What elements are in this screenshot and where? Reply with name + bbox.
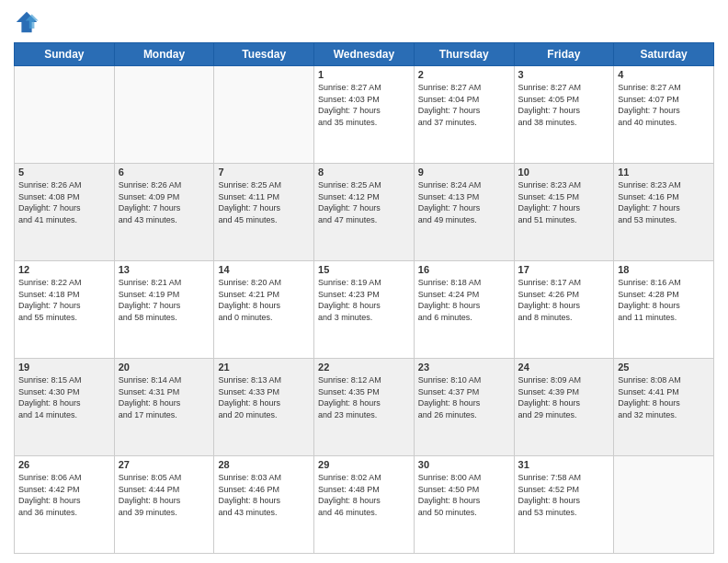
week-row-1: 1Sunrise: 8:27 AM Sunset: 4:03 PM Daylig…	[15, 66, 714, 164]
day-number: 12	[18, 264, 110, 275]
day-number: 15	[318, 264, 410, 275]
day-info: Sunrise: 8:05 AM Sunset: 4:44 PM Dayligh…	[119, 472, 210, 518]
calendar-cell: 18Sunrise: 8:16 AM Sunset: 4:28 PM Dayli…	[614, 261, 714, 359]
day-info: Sunrise: 8:00 AM Sunset: 4:50 PM Dayligh…	[418, 472, 510, 518]
day-info: Sunrise: 8:20 AM Sunset: 4:21 PM Dayligh…	[218, 277, 310, 323]
calendar-cell	[15, 66, 115, 164]
calendar-cell: 28Sunrise: 8:03 AM Sunset: 4:46 PM Dayli…	[214, 456, 314, 554]
day-number: 16	[418, 264, 510, 275]
calendar-cell: 14Sunrise: 8:20 AM Sunset: 4:21 PM Dayli…	[214, 261, 314, 359]
calendar-cell: 1Sunrise: 8:27 AM Sunset: 4:03 PM Daylig…	[314, 66, 415, 164]
week-row-3: 12Sunrise: 8:22 AM Sunset: 4:18 PM Dayli…	[15, 261, 714, 359]
calendar-cell: 27Sunrise: 8:05 AM Sunset: 4:44 PM Dayli…	[114, 456, 214, 554]
day-number: 21	[218, 362, 310, 373]
day-number: 2	[418, 69, 510, 80]
calendar-cell: 15Sunrise: 8:19 AM Sunset: 4:23 PM Dayli…	[314, 261, 415, 359]
day-info: Sunrise: 8:02 AM Sunset: 4:48 PM Dayligh…	[318, 472, 410, 518]
day-info: Sunrise: 8:26 AM Sunset: 4:09 PM Dayligh…	[119, 179, 210, 225]
col-header-friday: Friday	[514, 43, 614, 66]
day-number: 6	[119, 167, 210, 178]
day-info: Sunrise: 8:26 AM Sunset: 4:08 PM Dayligh…	[18, 179, 110, 225]
day-number: 28	[218, 459, 310, 470]
calendar-cell: 9Sunrise: 8:24 AM Sunset: 4:13 PM Daylig…	[414, 164, 514, 261]
col-header-saturday: Saturday	[614, 43, 714, 66]
logo-icon	[14, 9, 40, 35]
day-info: Sunrise: 8:24 AM Sunset: 4:13 PM Dayligh…	[418, 179, 510, 225]
day-info: Sunrise: 8:10 AM Sunset: 4:37 PM Dayligh…	[418, 374, 510, 420]
col-header-monday: Monday	[114, 43, 214, 66]
day-number: 14	[218, 264, 310, 275]
calendar-cell: 16Sunrise: 8:18 AM Sunset: 4:24 PM Dayli…	[414, 261, 514, 359]
calendar-cell: 8Sunrise: 8:25 AM Sunset: 4:12 PM Daylig…	[314, 164, 415, 261]
calendar-cell: 5Sunrise: 8:26 AM Sunset: 4:08 PM Daylig…	[15, 164, 115, 261]
day-number: 4	[618, 69, 710, 80]
day-number: 13	[119, 264, 210, 275]
day-number: 26	[18, 459, 110, 470]
week-row-5: 26Sunrise: 8:06 AM Sunset: 4:42 PM Dayli…	[15, 456, 714, 554]
day-info: Sunrise: 8:27 AM Sunset: 4:07 PM Dayligh…	[618, 82, 710, 128]
day-info: Sunrise: 8:27 AM Sunset: 4:05 PM Dayligh…	[518, 82, 610, 128]
col-header-thursday: Thursday	[414, 43, 514, 66]
calendar-cell: 19Sunrise: 8:15 AM Sunset: 4:30 PM Dayli…	[15, 359, 115, 456]
calendar-cell: 26Sunrise: 8:06 AM Sunset: 4:42 PM Dayli…	[15, 456, 115, 554]
calendar-cell: 22Sunrise: 8:12 AM Sunset: 4:35 PM Dayli…	[314, 359, 415, 456]
calendar-cell: 11Sunrise: 8:23 AM Sunset: 4:16 PM Dayli…	[614, 164, 714, 261]
day-info: Sunrise: 8:03 AM Sunset: 4:46 PM Dayligh…	[218, 472, 310, 518]
day-number: 31	[518, 459, 610, 470]
day-info: Sunrise: 8:16 AM Sunset: 4:28 PM Dayligh…	[618, 277, 710, 323]
day-info: Sunrise: 8:06 AM Sunset: 4:42 PM Dayligh…	[18, 472, 110, 518]
day-number: 8	[318, 167, 410, 178]
day-number: 30	[418, 459, 510, 470]
day-info: Sunrise: 8:25 AM Sunset: 4:11 PM Dayligh…	[218, 179, 310, 225]
day-info: Sunrise: 8:23 AM Sunset: 4:16 PM Dayligh…	[618, 179, 710, 225]
day-number: 18	[618, 264, 710, 275]
day-number: 17	[518, 264, 610, 275]
calendar-cell: 2Sunrise: 8:27 AM Sunset: 4:04 PM Daylig…	[414, 66, 514, 164]
day-info: Sunrise: 8:22 AM Sunset: 4:18 PM Dayligh…	[18, 277, 110, 323]
col-header-tuesday: Tuesday	[214, 43, 314, 66]
day-number: 3	[518, 69, 610, 80]
day-number: 25	[618, 362, 710, 373]
day-number: 9	[418, 167, 510, 178]
calendar-cell: 29Sunrise: 8:02 AM Sunset: 4:48 PM Dayli…	[314, 456, 415, 554]
day-info: Sunrise: 8:17 AM Sunset: 4:26 PM Dayligh…	[518, 277, 610, 323]
calendar-cell: 24Sunrise: 8:09 AM Sunset: 4:39 PM Dayli…	[514, 359, 614, 456]
day-number: 19	[18, 362, 110, 373]
day-info: Sunrise: 8:27 AM Sunset: 4:04 PM Dayligh…	[418, 82, 510, 128]
calendar-cell: 31Sunrise: 7:58 AM Sunset: 4:52 PM Dayli…	[514, 456, 614, 554]
calendar-cell: 12Sunrise: 8:22 AM Sunset: 4:18 PM Dayli…	[15, 261, 115, 359]
calendar-cell: 10Sunrise: 8:23 AM Sunset: 4:15 PM Dayli…	[514, 164, 614, 261]
logo	[14, 9, 41, 35]
day-number: 7	[218, 167, 310, 178]
calendar-cell	[114, 66, 214, 164]
day-info: Sunrise: 8:23 AM Sunset: 4:15 PM Dayligh…	[518, 179, 610, 225]
calendar-cell: 7Sunrise: 8:25 AM Sunset: 4:11 PM Daylig…	[214, 164, 314, 261]
day-number: 5	[18, 167, 110, 178]
calendar-cell: 30Sunrise: 8:00 AM Sunset: 4:50 PM Dayli…	[414, 456, 514, 554]
day-info: Sunrise: 8:12 AM Sunset: 4:35 PM Dayligh…	[318, 374, 410, 420]
day-info: Sunrise: 8:27 AM Sunset: 4:03 PM Dayligh…	[318, 82, 410, 128]
calendar-cell	[614, 456, 714, 554]
day-number: 10	[518, 167, 610, 178]
calendar-cell	[214, 66, 314, 164]
week-row-4: 19Sunrise: 8:15 AM Sunset: 4:30 PM Dayli…	[15, 359, 714, 456]
calendar-table: SundayMondayTuesdayWednesdayThursdayFrid…	[14, 42, 714, 554]
day-info: Sunrise: 8:18 AM Sunset: 4:24 PM Dayligh…	[418, 277, 510, 323]
day-info: Sunrise: 8:19 AM Sunset: 4:23 PM Dayligh…	[318, 277, 410, 323]
day-number: 22	[318, 362, 410, 373]
calendar-cell: 6Sunrise: 8:26 AM Sunset: 4:09 PM Daylig…	[114, 164, 214, 261]
calendar-cell: 25Sunrise: 8:08 AM Sunset: 4:41 PM Dayli…	[614, 359, 714, 456]
header-row: SundayMondayTuesdayWednesdayThursdayFrid…	[15, 43, 714, 66]
day-number: 1	[318, 69, 410, 80]
day-info: Sunrise: 8:09 AM Sunset: 4:39 PM Dayligh…	[518, 374, 610, 420]
calendar-cell: 20Sunrise: 8:14 AM Sunset: 4:31 PM Dayli…	[114, 359, 214, 456]
col-header-sunday: Sunday	[15, 43, 115, 66]
col-header-wednesday: Wednesday	[314, 43, 415, 66]
calendar-cell: 23Sunrise: 8:10 AM Sunset: 4:37 PM Dayli…	[414, 359, 514, 456]
day-number: 20	[119, 362, 210, 373]
day-info: Sunrise: 8:15 AM Sunset: 4:30 PM Dayligh…	[18, 374, 110, 420]
day-number: 23	[418, 362, 510, 373]
calendar-cell: 3Sunrise: 8:27 AM Sunset: 4:05 PM Daylig…	[514, 66, 614, 164]
day-info: Sunrise: 8:13 AM Sunset: 4:33 PM Dayligh…	[218, 374, 310, 420]
day-number: 11	[618, 167, 710, 178]
